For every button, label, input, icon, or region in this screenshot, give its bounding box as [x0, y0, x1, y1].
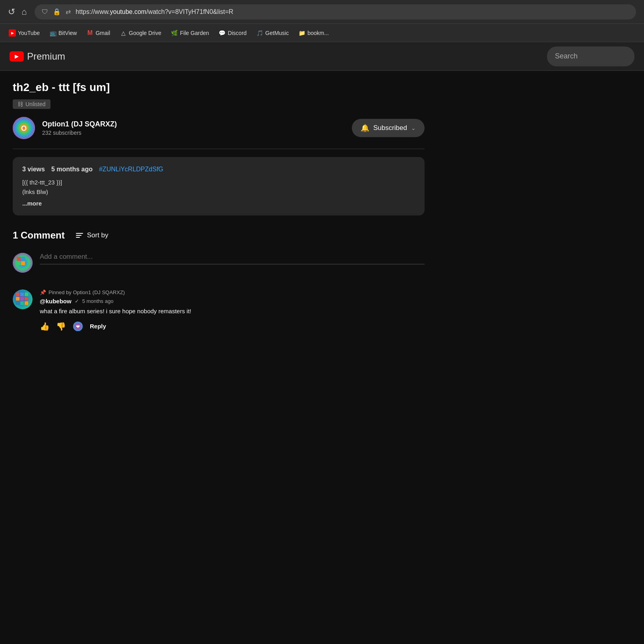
verified-icon: ✓	[75, 298, 79, 304]
sort-line-1	[76, 233, 83, 234]
comment-input[interactable]	[40, 253, 425, 261]
dislike-icon: 👎	[56, 322, 66, 331]
bookmark-gdrive[interactable]: △ Google Drive	[116, 27, 165, 39]
sort-line-3	[76, 237, 80, 238]
current-user-avatar-image	[13, 253, 33, 273]
yt-logo-icon	[10, 51, 24, 62]
comment-text: what a fire album series! i sure hope no…	[40, 307, 425, 316]
bookmark-getmusic[interactable]: 🎵 GetMusic	[252, 27, 293, 39]
comment-pinned: 📌 Pinned by Option1 (DJ SQARXZ)	[40, 289, 425, 295]
discord-icon: 💬	[219, 29, 226, 37]
add-comment-row	[13, 253, 425, 273]
description-line1: [({ th2-ttt_23 })]	[22, 178, 415, 187]
like-button[interactable]: 👍	[40, 322, 50, 331]
yt-logo-text: Premium	[27, 51, 65, 62]
description-box[interactable]: 3 views 5 months ago #ZUNLiYcRLDPZdSfG […	[13, 157, 425, 215]
dislike-button[interactable]: 👎	[56, 322, 66, 331]
bookmark-youtube[interactable]: YouTube	[5, 27, 44, 39]
pin-icon: 📌	[40, 289, 46, 295]
svg-rect-6	[21, 261, 25, 265]
unlisted-label: Unlisted	[25, 101, 46, 107]
bell-icon: 🔔	[361, 124, 369, 132]
bookmark-bookmarks[interactable]: 📁 bookm...	[294, 27, 333, 39]
svg-rect-13	[25, 297, 28, 301]
address-bar[interactable]: 🛡 🔒 ⇄ https://www.youtube.com/watch?v=8V…	[35, 4, 636, 19]
svg-text:O: O	[21, 124, 27, 132]
sort-line-2	[76, 235, 81, 236]
getmusic-icon: 🎵	[256, 29, 263, 37]
yt-header: Premium Search	[0, 42, 644, 71]
bookmark-discord-label: Discord	[228, 30, 246, 36]
like-icon: 👍	[40, 322, 50, 331]
reply-button[interactable]: Reply	[90, 323, 106, 330]
comment-item: 📌 Pinned by Option1 (DJ SQARXZ) @kubebow…	[13, 289, 425, 332]
bookmark-gmail-label: Gmail	[95, 30, 110, 36]
search-button[interactable]: Search	[547, 47, 634, 66]
channel-subscribers: 232 subscribers	[42, 130, 345, 136]
sort-by-label: Sort by	[87, 231, 109, 239]
channel-row: O Option1 (DJ SQARXZ) 232 subscribers 🔔 …	[13, 117, 425, 139]
svg-rect-12	[20, 297, 24, 301]
home-icon[interactable]: ⌂	[21, 7, 27, 17]
shield-icon: 🛡	[42, 8, 48, 16]
bookmark-gmail[interactable]: M Gmail	[82, 27, 114, 39]
channel-name[interactable]: Option1 (DJ SQARXZ)	[42, 120, 345, 128]
channel-avatar[interactable]: O	[13, 117, 35, 139]
description-hashtag[interactable]: #ZUNLiYcRLDPZdSfG	[99, 166, 163, 173]
comment-author-avatar[interactable]	[13, 289, 33, 309]
bookmark-bookmarks-label: bookm...	[307, 30, 329, 36]
sort-lines-icon	[76, 233, 83, 238]
reaction-avatar: ❤	[72, 321, 83, 332]
comment-actions: 👍 👎 ❤	[40, 321, 425, 332]
bookmark-filegarden[interactable]: 🌿 File Garden	[167, 27, 213, 39]
subscribe-button[interactable]: 🔔 Subscribed ⌄	[352, 119, 425, 137]
comments-count: 1 Comment	[13, 230, 65, 241]
unlisted-icon: ⛓	[17, 101, 23, 107]
main-content: th2_eb - ttt [fs um] ⛓ Unlisted O	[0, 71, 437, 354]
comment-author-avatar-image	[13, 289, 33, 309]
description-line2: (lnks Blw)	[22, 187, 415, 197]
comments-header: 1 Comment Sort by	[13, 230, 425, 241]
channel-info: Option1 (DJ SQARXZ) 232 subscribers	[42, 120, 345, 136]
bookmark-getmusic-label: GetMusic	[265, 30, 289, 36]
svg-rect-14	[16, 301, 19, 305]
svg-rect-10	[25, 293, 28, 296]
bookmark-youtube-label: YouTube	[18, 30, 40, 36]
svg-rect-11	[16, 297, 19, 301]
bookmarks-folder-icon: 📁	[298, 29, 305, 37]
description-text: [({ th2-ttt_23 })] (lnks Blw)	[22, 178, 415, 197]
description-more-button[interactable]: ...more	[22, 200, 415, 207]
comment-author-name[interactable]: @kubebow	[40, 298, 72, 305]
comment-age: 5 months ago	[82, 298, 114, 304]
filegarden-icon: 🌿	[171, 29, 178, 37]
channel-avatar-image: O	[13, 117, 35, 139]
video-title: th2_eb - ttt [fs um]	[13, 80, 425, 95]
browser-bar: ↺ ⌂ 🛡 🔒 ⇄ https://www.youtube.com/watch?…	[0, 0, 644, 24]
lock-icon: 🔒	[53, 8, 61, 16]
description-meta: 3 views 5 months ago #ZUNLiYcRLDPZdSfG	[22, 166, 415, 173]
bookmarks-bar: YouTube 📺 BitView M Gmail △ Google Drive…	[0, 24, 644, 42]
comment-input-wrap[interactable]	[40, 253, 425, 264]
gmail-icon: M	[86, 29, 93, 37]
svg-rect-16	[25, 301, 28, 305]
tab-icon: ⇄	[66, 8, 71, 16]
bitview-icon: 📺	[49, 29, 56, 37]
comment-body: 📌 Pinned by Option1 (DJ SQARXZ) @kubebow…	[40, 289, 425, 332]
search-label: Search	[555, 52, 578, 60]
subscribe-label: Subscribed	[373, 124, 407, 132]
view-count: 3 views	[22, 166, 45, 173]
reaction-avatar-image: ❤	[73, 321, 83, 332]
yt-logo[interactable]: Premium	[10, 51, 65, 62]
current-user-avatar	[13, 253, 33, 273]
svg-rect-15	[20, 301, 24, 305]
divider	[13, 149, 425, 149]
sort-by-button[interactable]: Sort by	[76, 231, 109, 239]
bookmark-discord[interactable]: 💬 Discord	[215, 27, 250, 39]
refresh-icon[interactable]: ↺	[8, 7, 15, 17]
comment-author-row: @kubebow ✓ 5 months ago	[40, 298, 425, 305]
bookmark-filegarden-label: File Garden	[180, 30, 209, 36]
bookmark-bitview[interactable]: 📺 BitView	[45, 27, 81, 39]
browser-controls: ↺ ⌂	[8, 7, 27, 17]
svg-text:❤: ❤	[76, 324, 80, 330]
unlisted-badge: ⛓ Unlisted	[13, 99, 50, 109]
